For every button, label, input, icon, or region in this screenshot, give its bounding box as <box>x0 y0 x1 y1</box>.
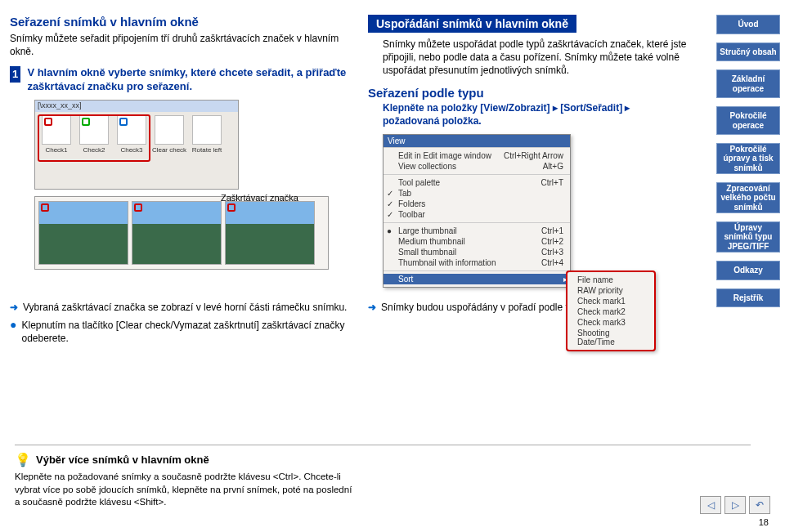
pager: ◁ ▷ ↶ <box>700 496 770 514</box>
menu-item: ✓Tab <box>384 188 570 199</box>
nav-upravy-jpeg[interactable]: Úpravy snímků typu JPEG/TIFF <box>716 221 780 253</box>
thumbnail <box>132 201 222 265</box>
nav-pokrocile-upravy[interactable]: Pokročilé úpravy a tisk snímků <box>716 143 780 174</box>
check-icon: ✓ <box>387 189 393 198</box>
menu-item: Tool paletteCtrl+T <box>384 177 570 188</box>
toolbar-label: Rotate left <box>192 146 222 154</box>
arrow-icon: ➜ <box>10 301 18 314</box>
check-icon: ● <box>387 226 392 235</box>
submenu: File name RAW priority Check mark1 Check… <box>566 270 656 351</box>
submenu-item: File name <box>567 275 654 285</box>
bullet-item: ➜ Vybraná zaškrtávací značka se zobrazí … <box>10 301 353 314</box>
thumbnail <box>38 201 128 265</box>
tip-box: 💡 Výběr více snímků v hlavním okně Klepn… <box>15 445 358 509</box>
section-step: Klepněte na položky [View/Zobrazit] ▸ [S… <box>383 101 687 127</box>
left-title: Seřazení snímků v hlavním okně <box>10 15 353 29</box>
step-number: 1 <box>10 66 20 83</box>
toolbar-clear: Clear check <box>151 115 187 154</box>
prev-page-button[interactable]: ◁ <box>700 496 721 514</box>
step-1: 1 V hlavním okně vyberte snímky, které c… <box>10 66 353 93</box>
thumbnail-row <box>34 196 329 270</box>
sidebar-nav: Úvod Stručný obsah Základní operace Pokr… <box>713 0 785 350</box>
step-text: V hlavním okně vyberte snímky, které chc… <box>27 66 353 93</box>
callout-label: Zaškrtávací značka <box>221 193 298 203</box>
menu-item: ●Large thumbnailCtrl+1 <box>384 226 570 236</box>
menu-screenshot: View Edit in Edit image windowCtrl+Right… <box>383 134 571 288</box>
menu-item: Thumbnail with informationCtrl+4 <box>384 257 570 268</box>
check-icon: ✓ <box>387 199 393 208</box>
nav-rejstrik[interactable]: Rejstřík <box>716 288 780 308</box>
submenu-item: RAW priority <box>567 285 654 296</box>
toolbar-label: Clear check <box>152 146 186 154</box>
next-page-button[interactable]: ▷ <box>724 496 746 514</box>
submenu-item: Check mark2 <box>567 306 654 317</box>
back-button[interactable]: ↶ <box>749 496 770 514</box>
right-intro: Snímky můžete uspořádat podle typů zaškr… <box>383 38 687 78</box>
submenu-item: Check mark3 <box>567 317 654 328</box>
submenu-item: Check mark1 <box>567 296 654 306</box>
menu-item: Medium thumbnailCtrl+2 <box>384 236 570 247</box>
menu-item: View collectionsAlt+G <box>384 161 570 172</box>
nav-odkazy[interactable]: Odkazy <box>716 261 780 280</box>
menu-item-sort: Sort ▸ <box>384 274 570 284</box>
tip-title: Výběr více snímků v hlavním okně <box>36 454 209 466</box>
window-titlebar: [\xxxx_xx_xx] <box>35 101 238 112</box>
nav-strucny-obsah[interactable]: Stručný obsah <box>716 42 780 62</box>
tip-body: Klepněte na požadované snímky a současně… <box>15 471 358 509</box>
bullet-text: Vybraná zaškrtávací značka se zobrazí v … <box>23 301 347 314</box>
nav-pokrocile-operace[interactable]: Pokročilé operace <box>716 106 780 135</box>
nav-uvod[interactable]: Úvod <box>716 15 780 34</box>
thumbnail <box>225 201 315 265</box>
check-icon: ✓ <box>387 210 393 219</box>
menu-item: ✓Folders <box>384 199 570 209</box>
toolbar-screenshot: [\xxxx_xx_xx] Check1 Check2 Check3 <box>34 100 239 190</box>
menu-item: ✓Toolbar <box>384 209 570 220</box>
bulb-icon: 💡 <box>15 452 31 467</box>
menu-item: Edit in Edit image windowCtrl+Right Arro… <box>384 150 570 161</box>
submenu-item: Shooting Date/Time <box>567 328 654 347</box>
bullet-item: ● Klepnutím na tlačítko [Clear check/Vym… <box>10 319 353 345</box>
left-intro: Snímky můžete seřadit připojením tří dru… <box>10 32 353 58</box>
menu-header: View <box>384 135 570 147</box>
section-title: Seřazení podle typu <box>368 86 687 100</box>
highlight-box <box>38 114 150 162</box>
toolbar-rotate: Rotate left <box>189 115 225 154</box>
nav-zpracovani[interactable]: Zpracování velkého počtu snímků <box>716 182 780 213</box>
menu-item: Small thumbnailCtrl+3 <box>384 247 570 257</box>
nav-zakladni-operace[interactable]: Základní operace <box>716 69 780 98</box>
page-number: 18 <box>759 517 769 527</box>
bullet-text: Klepnutím na tlačítko [Clear check/Vymaz… <box>21 319 353 345</box>
dot-icon: ● <box>10 319 16 345</box>
arrow-icon: ➜ <box>368 301 376 314</box>
right-title-bar: Uspořádání snímků v hlavním okně <box>368 15 576 33</box>
